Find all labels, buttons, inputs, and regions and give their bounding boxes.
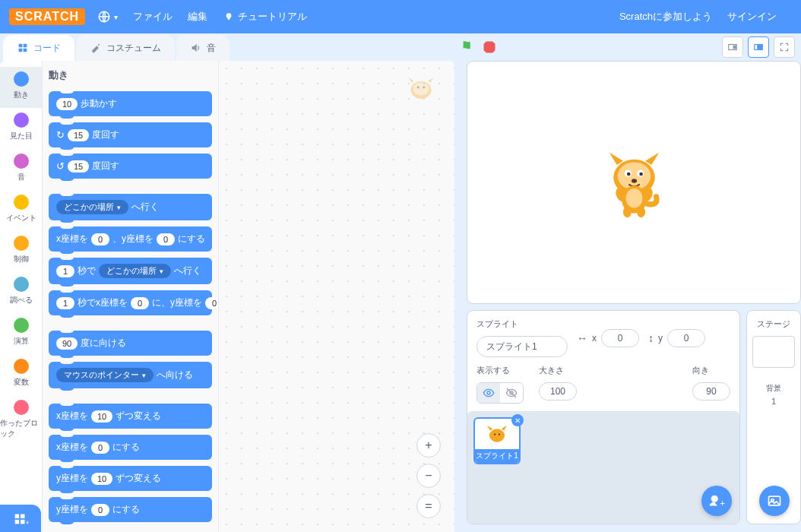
category-label: 音 — [17, 172, 25, 182]
block-point-dir[interactable]: 90 度に向ける — [49, 331, 212, 356]
sprite-thumb-label: スプライト1 — [475, 449, 519, 463]
block-set-y[interactable]: y座標を 0 にする — [49, 497, 212, 522]
sprite-direction-input[interactable] — [692, 382, 730, 401]
delete-sprite-button[interactable]: ✕ — [511, 414, 524, 426]
script-workspace[interactable]: + − = — [219, 61, 454, 532]
category-dot-icon — [14, 359, 29, 374]
tutorials-menu[interactable]: チュートリアル — [223, 10, 307, 24]
block-move-steps[interactable]: 10 歩動かす — [49, 91, 212, 116]
block-change-y[interactable]: y座標を 10 ずつ変える — [49, 466, 212, 491]
stage-label: ステージ — [757, 318, 790, 330]
svg-rect-41 — [15, 520, 20, 524]
category-looks[interactable]: 見た目 — [0, 108, 42, 149]
direction-label: 向き — [692, 365, 730, 376]
palette-category-title: 動き — [49, 68, 212, 82]
category-variables[interactable]: 変数 — [0, 354, 42, 395]
sprite-info-panel: スプライト ↔ x ↕ y 表示す — [467, 310, 740, 524]
stage[interactable] — [467, 61, 801, 304]
edit-menu[interactable]: 編集 — [188, 10, 207, 24]
block-palette: 動き 10 歩動かす ↻ 15 度回す ↺ 15 度回す どこかの場所 へ行く … — [43, 61, 219, 532]
block-set-x[interactable]: x座標を 0 にする — [49, 435, 212, 460]
sprite-size-input[interactable] — [539, 382, 577, 401]
block-glide-xy[interactable]: 1 秒でx座標を 0 に、y座標を 0 — [49, 290, 212, 315]
svg-point-29 — [487, 391, 490, 394]
category-events[interactable]: イベント — [0, 190, 42, 231]
sprite-section-label: スプライト — [476, 318, 568, 330]
stage-small-button[interactable] — [722, 36, 743, 58]
category-dot-icon — [14, 154, 29, 169]
category-dot-icon — [14, 318, 29, 333]
add-sprite-button[interactable]: + — [701, 486, 732, 516]
block-point-towards[interactable]: マウスのポインター へ向ける — [49, 362, 212, 388]
category-myblocks[interactable]: 作ったブロック — [0, 395, 42, 447]
y-arrow-icon: ↕ — [648, 332, 654, 344]
category-label: 変数 — [14, 377, 29, 388]
sprite-list: ✕ スプライト1 + — [467, 411, 739, 524]
stage-large-button[interactable] — [748, 36, 769, 58]
category-sensing[interactable]: 調べる — [0, 272, 42, 313]
block-turn-ccw[interactable]: ↺ 15 度回す — [49, 154, 212, 179]
stage-thumbnail[interactable] — [752, 336, 795, 368]
svg-rect-9 — [733, 46, 736, 49]
tab-code[interactable]: コード — [3, 35, 74, 61]
svg-text:+: + — [720, 499, 725, 508]
svg-point-19 — [626, 173, 630, 176]
hide-sprite-button[interactable] — [500, 383, 523, 403]
language-menu[interactable]: ▾ — [97, 10, 118, 24]
category-label: 作ったブロック — [0, 418, 42, 439]
green-flag-button[interactable] — [457, 36, 479, 58]
svg-rect-5 — [19, 49, 23, 52]
zoom-reset-button[interactable]: = — [416, 494, 441, 518]
svg-point-35 — [711, 496, 718, 502]
menubar: SCRATCH ▾ ファイル 編集 チュートリアル Scratchに参加しよう … — [0, 0, 801, 33]
rotate-ccw-icon: ↺ — [56, 160, 65, 172]
sprite-name-input[interactable] — [476, 336, 568, 357]
svg-rect-11 — [758, 46, 762, 49]
show-label: 表示する — [476, 365, 524, 376]
stage-panel: ステージ 背景 1 — [746, 310, 801, 524]
category-control[interactable]: 制御 — [0, 231, 42, 272]
svg-point-1 — [226, 13, 232, 18]
block-goto-xy[interactable]: x座標を 0 、y座標を 0 にする — [49, 226, 212, 252]
svg-rect-3 — [19, 44, 23, 48]
block-goto[interactable]: どこかの場所 へ行く — [49, 194, 212, 220]
category-dot-icon — [14, 112, 29, 128]
svg-text:+: + — [25, 519, 29, 527]
category-label: 制御 — [14, 254, 29, 264]
sprite-watermark-icon — [403, 70, 439, 109]
category-motion[interactable]: 動き — [0, 67, 42, 108]
block-glide-to[interactable]: 1 秒で どこかの場所 へ行く — [49, 258, 212, 284]
fullscreen-button[interactable] — [774, 36, 795, 58]
sprite-x-input[interactable] — [601, 329, 639, 347]
sprite-y-input[interactable] — [667, 329, 705, 347]
category-dot-icon — [14, 400, 29, 415]
file-menu[interactable]: ファイル — [133, 10, 173, 24]
join-scratch-link[interactable]: Scratchに参加しよう — [619, 10, 712, 24]
zoom-out-button[interactable]: − — [416, 464, 441, 488]
block-change-x[interactable]: x座標を 10 ずつ変える — [49, 404, 212, 429]
sprite-thumb[interactable]: ✕ スプライト1 — [473, 417, 521, 464]
scratch-logo[interactable]: SCRATCH — [9, 8, 85, 25]
stage-sprite-cat[interactable] — [598, 143, 670, 222]
extension-button[interactable]: + — [0, 505, 41, 532]
svg-point-32 — [489, 429, 505, 442]
category-dot-icon — [14, 236, 29, 251]
svg-marker-7 — [484, 42, 495, 53]
backdrop-label: 背景 — [766, 383, 781, 394]
stop-button[interactable] — [479, 36, 500, 58]
block-turn-cw[interactable]: ↻ 15 度回す — [49, 122, 212, 147]
svg-rect-39 — [15, 515, 20, 519]
svg-rect-2 — [228, 18, 230, 20]
show-sprite-button[interactable] — [477, 383, 500, 403]
category-sound[interactable]: 音 — [0, 149, 42, 190]
category-operators[interactable]: 演算 — [0, 313, 42, 354]
signin-link[interactable]: サインイン — [727, 10, 777, 24]
svg-point-21 — [639, 173, 643, 176]
svg-point-33 — [494, 433, 495, 435]
svg-rect-4 — [24, 44, 27, 48]
tab-sounds[interactable]: 音 — [176, 35, 230, 61]
zoom-in-button[interactable]: + — [416, 433, 441, 458]
category-dot-icon — [14, 195, 29, 210]
tab-costumes[interactable]: コスチューム — [76, 35, 175, 61]
add-backdrop-button[interactable] — [759, 486, 790, 516]
